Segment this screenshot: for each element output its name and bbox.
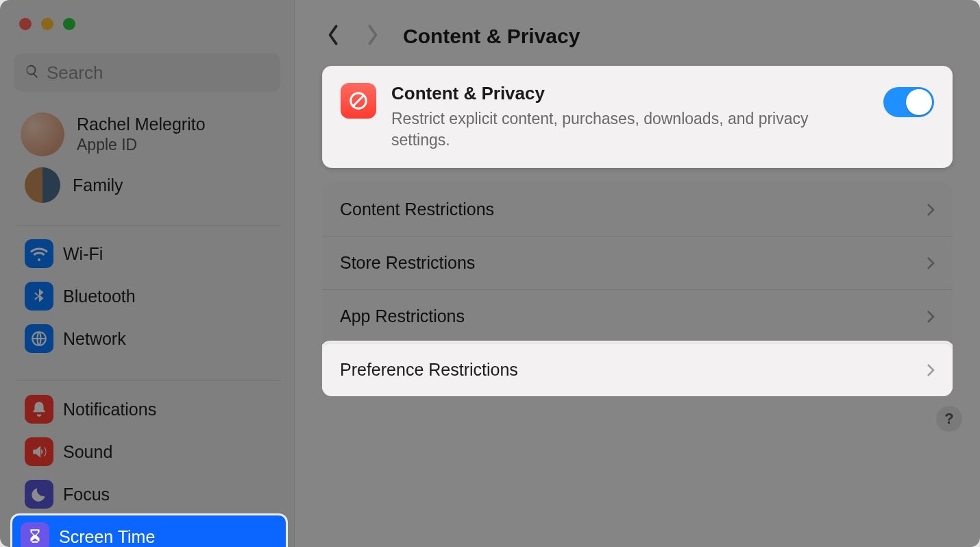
sidebar-item-label: Focus [63, 485, 110, 505]
forward-button [365, 23, 380, 49]
sidebar-item-sound[interactable]: Sound [16, 430, 282, 473]
content-privacy-toggle[interactable] [883, 87, 934, 117]
hourglass-icon [21, 522, 49, 547]
row-label: App Restrictions [340, 306, 465, 326]
sidebar-item-label: Wi-Fi [63, 244, 103, 264]
card-title: Content & Privacy [391, 83, 868, 104]
minimize-icon[interactable] [41, 18, 53, 30]
chevron-right-icon [927, 363, 935, 377]
row-label: Preference Restrictions [340, 360, 518, 380]
row-preference-restrictions[interactable]: Preference Restrictions [322, 343, 953, 396]
moon-icon [25, 480, 53, 509]
sidebar: Rachel Melegrito Apple ID Family Wi-Fi B… [0, 0, 295, 547]
search-field[interactable] [14, 53, 280, 92]
row-content-restrictions[interactable]: Content Restrictions [322, 183, 953, 236]
row-label: Content Restrictions [340, 199, 494, 219]
bluetooth-icon [25, 282, 53, 311]
apple-id-row[interactable]: Rachel Melegrito Apple ID [0, 99, 294, 159]
sidebar-item-label: Notifications [63, 400, 156, 420]
sidebar-item-notifications[interactable]: Notifications [16, 388, 282, 430]
content-pane: Content & Privacy Content & Privacy Rest… [295, 0, 980, 547]
row-label: Store Restrictions [340, 253, 475, 273]
search-icon [25, 64, 40, 82]
sidebar-item-wifi[interactable]: Wi-Fi [16, 232, 282, 275]
account-name: Rachel Melegrito [77, 114, 206, 134]
family-icon [25, 167, 60, 203]
restrictions-list: Content Restrictions Store Restrictions … [322, 183, 953, 396]
sidebar-item-label: Network [63, 329, 126, 349]
sidebar-item-network[interactable]: Network [16, 317, 282, 360]
sidebar-item-label: Screen Time [59, 527, 155, 547]
no-entry-icon [341, 83, 376, 119]
speaker-icon [25, 437, 53, 466]
globe-icon [25, 324, 53, 353]
sidebar-item-label: Family [73, 175, 123, 195]
account-sub: Apple ID [77, 136, 206, 154]
avatar [21, 112, 64, 156]
svg-line-2 [354, 96, 364, 106]
close-icon[interactable] [19, 18, 32, 30]
settings-window: Rachel Melegrito Apple ID Family Wi-Fi B… [0, 0, 980, 547]
row-store-restrictions[interactable]: Store Restrictions [322, 236, 953, 289]
back-button[interactable] [326, 23, 341, 49]
content-privacy-card: Content & Privacy Restrict explicit cont… [322, 66, 953, 168]
wifi-icon [25, 239, 53, 268]
sidebar-item-focus[interactable]: Focus [16, 473, 282, 515]
row-app-restrictions[interactable]: App Restrictions [322, 289, 953, 343]
page-title: Content & Privacy [403, 25, 580, 48]
help-button[interactable]: ? [936, 406, 962, 432]
card-description: Restrict explicit content, purchases, do… [391, 108, 868, 151]
sidebar-item-screen-time[interactable]: Screen Time [12, 515, 286, 547]
zoom-icon[interactable] [63, 18, 75, 30]
sidebar-item-family[interactable]: Family [0, 159, 294, 218]
chevron-right-icon [927, 203, 935, 217]
search-input[interactable] [47, 62, 269, 84]
sidebar-item-label: Sound [63, 442, 112, 462]
sidebar-item-bluetooth[interactable]: Bluetooth [16, 275, 282, 317]
bell-icon [25, 395, 53, 424]
chevron-right-icon [927, 310, 935, 324]
header: Content & Privacy [295, 0, 980, 62]
sidebar-item-label: Bluetooth [63, 287, 136, 306]
chevron-right-icon [927, 256, 935, 270]
window-controls [0, 0, 294, 30]
